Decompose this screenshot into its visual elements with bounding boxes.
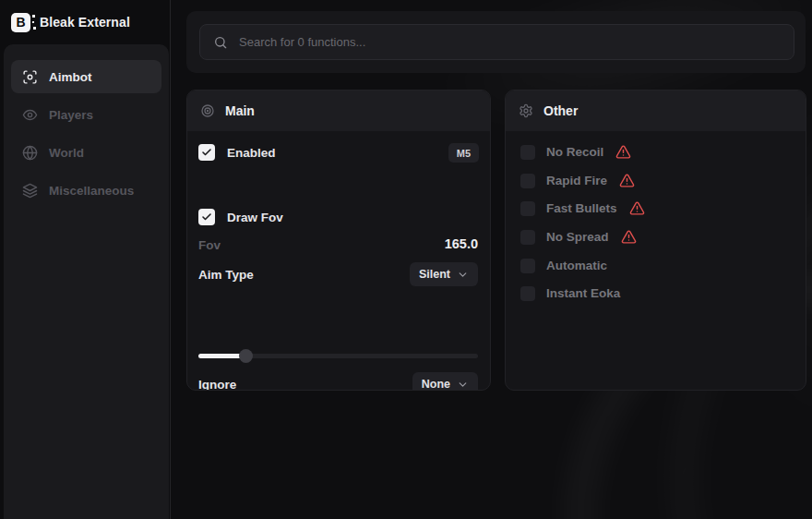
layers-icon xyxy=(22,183,38,199)
sidebar: B Bleak External Aimbot Players World Mi… xyxy=(0,0,171,519)
sidebar-item-label: World xyxy=(49,146,84,160)
main-content: Main Enabled M5 Aim Type Silent xyxy=(172,0,812,519)
draw-fov-row: Draw Fov xyxy=(198,209,283,225)
globe-icon xyxy=(22,145,38,161)
enabled-checkbox[interactable] xyxy=(198,144,215,161)
ignore-value: None xyxy=(422,378,450,391)
gear-icon xyxy=(519,103,533,118)
fov-label: Fov xyxy=(198,238,221,252)
automatic-label: Automatic xyxy=(546,259,607,272)
panel-title: Main xyxy=(225,103,255,118)
draw-fov-checkbox[interactable] xyxy=(198,209,215,225)
check-icon xyxy=(201,147,212,158)
sidebar-item-label: Aimbot xyxy=(49,70,92,84)
warning-triangle-icon xyxy=(629,200,645,216)
warning-triangle-icon xyxy=(621,229,637,245)
no-spread-checkbox[interactable] xyxy=(520,230,535,245)
check-icon xyxy=(201,211,212,223)
sidebar-item-label: Players xyxy=(49,108,93,122)
fast-bullets-row: Fast Bullets xyxy=(520,200,794,216)
search-input[interactable] xyxy=(239,35,781,49)
main-panel-header: Main xyxy=(187,91,490,131)
no-recoil-label: No Recoil xyxy=(546,145,603,159)
fov-slider[interactable] xyxy=(198,354,478,358)
rapid-fire-checkbox[interactable] xyxy=(520,174,535,188)
ignore-dropdown[interactable]: None xyxy=(412,372,478,391)
sidebar-header: B Bleak External xyxy=(0,0,170,44)
main-panel: Main Enabled M5 Aim Type Silent xyxy=(186,90,491,391)
automatic-checkbox[interactable] xyxy=(520,259,535,273)
fov-value: 165.0 xyxy=(445,236,478,251)
sidebar-item-aimbot[interactable]: Aimbot xyxy=(11,60,161,93)
warning-triangle-icon xyxy=(615,144,631,160)
no-spread-row: No Spread xyxy=(520,229,794,245)
target-icon xyxy=(200,103,215,118)
search-icon xyxy=(213,35,228,50)
no-recoil-row: No Recoil xyxy=(520,144,794,160)
chevron-down-icon xyxy=(457,269,469,281)
chevron-down-icon xyxy=(457,379,469,391)
instant-eoka-row: Instant Eoka xyxy=(520,285,794,301)
enabled-row: Enabled xyxy=(198,144,276,161)
other-panel-header: Other xyxy=(506,91,806,131)
app-title: Bleak External xyxy=(40,15,130,30)
fast-bullets-checkbox[interactable] xyxy=(520,201,535,216)
sidebar-item-world[interactable]: World xyxy=(11,136,161,169)
fov-slider-handle[interactable] xyxy=(239,349,253,363)
focus-icon xyxy=(22,69,38,85)
aim-type-dropdown[interactable]: Silent xyxy=(410,262,478,286)
app-logo-icon: B xyxy=(11,13,30,32)
fast-bullets-label: Fast Bullets xyxy=(546,201,617,215)
aim-type-label: Aim Type xyxy=(198,268,254,282)
automatic-row: Automatic xyxy=(520,258,794,273)
instant-eoka-label: Instant Eoka xyxy=(546,286,620,300)
search-bar-container xyxy=(186,11,806,73)
panel-title: Other xyxy=(543,103,578,118)
rapid-fire-row: Rapid Fire xyxy=(520,173,794,188)
sidebar-item-players[interactable]: Players xyxy=(11,98,161,131)
enabled-label: Enabled xyxy=(227,146,276,160)
no-recoil-checkbox[interactable] xyxy=(520,145,535,160)
sidebar-item-label: Miscellaneous xyxy=(49,184,134,198)
sidebar-nav: Aimbot Players World Miscellaneous xyxy=(4,44,169,519)
ignore-label: Ignore xyxy=(198,378,236,391)
eye-icon xyxy=(22,107,38,123)
rapid-fire-label: Rapid Fire xyxy=(546,174,607,187)
keybind-badge[interactable]: M5 xyxy=(448,143,479,163)
aim-type-value: Silent xyxy=(419,268,450,281)
other-panel: Other No Recoil Rapid Fire Fast Bullets … xyxy=(505,90,806,391)
warning-triangle-icon xyxy=(619,173,635,188)
app-window: B Bleak External Aimbot Players World Mi… xyxy=(0,0,812,519)
draw-fov-label: Draw Fov xyxy=(227,211,283,224)
instant-eoka-checkbox[interactable] xyxy=(520,286,535,301)
sidebar-item-miscellaneous[interactable]: Miscellaneous xyxy=(11,174,161,207)
no-spread-label: No Spread xyxy=(546,230,609,244)
search-box xyxy=(199,24,794,60)
